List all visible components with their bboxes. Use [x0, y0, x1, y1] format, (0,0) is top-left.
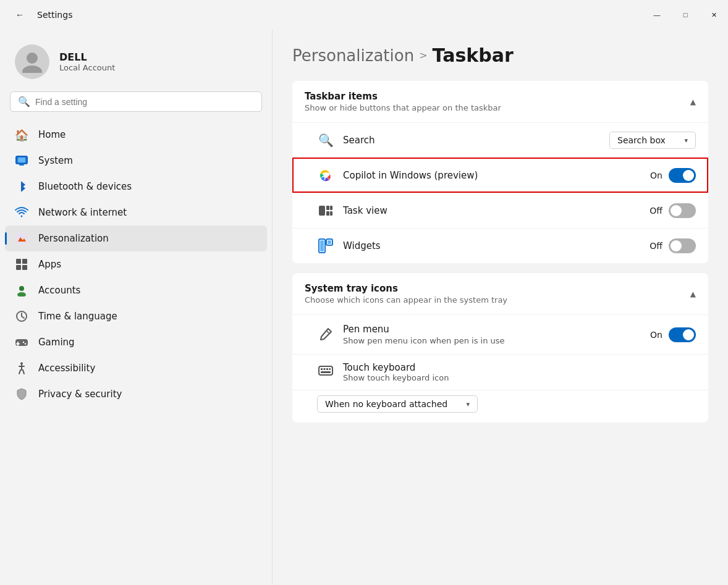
system-tray-title: System tray icons	[305, 283, 507, 294]
apps-icon	[15, 258, 28, 271]
sidebar-item-home[interactable]: 🏠 Home	[5, 122, 267, 148]
system-tray-card: System tray icons Choose which icons can…	[292, 273, 708, 423]
sidebar-item-network[interactable]: Network & internet	[5, 200, 267, 225]
maximize-button[interactable]: □	[671, 5, 700, 25]
search-setting-row: 🔍 Search Search box ▾	[292, 122, 708, 158]
taskbar-items-title: Taskbar items	[305, 91, 501, 102]
sidebar-item-label: Bluetooth & devices	[38, 181, 132, 192]
sidebar-item-personalization[interactable]: Personalization	[5, 225, 267, 251]
svg-rect-7	[16, 259, 21, 264]
avatar	[15, 44, 49, 79]
svg-rect-33	[328, 240, 331, 244]
toggle-thumb	[683, 329, 694, 340]
touch-keyboard-icon	[317, 362, 334, 379]
dropdown-chevron-icon: ▾	[684, 137, 688, 145]
taskview-icon	[317, 202, 334, 219]
breadcrumb-parent: Personalization	[292, 46, 414, 65]
nav-list: 🏠 Home System	[0, 119, 272, 585]
widgets-status: Off	[650, 241, 662, 251]
sidebar-item-accessibility[interactable]: Accessibility	[5, 355, 267, 381]
touch-keyboard-title: Touch keyboard	[343, 362, 696, 373]
app-body: DELL Local Account 🔍 🏠 Home	[0, 30, 728, 585]
widgets-icon	[317, 237, 334, 255]
search-setting-label: Search	[343, 135, 601, 146]
pen-menu-toggle[interactable]	[669, 327, 696, 342]
search-icon: 🔍	[18, 96, 30, 107]
svg-rect-10	[22, 265, 27, 270]
touch-keyboard-subtitle: Show touch keyboard icon	[343, 373, 696, 382]
minimize-button[interactable]: —	[643, 5, 671, 25]
copilot-toggle[interactable]	[669, 168, 696, 183]
close-button[interactable]: ✕	[700, 5, 728, 25]
sidebar-item-bluetooth[interactable]: Bluetooth & devices	[5, 174, 267, 200]
svg-rect-25	[319, 206, 325, 216]
pen-menu-setting-row: Pen menu Show pen menu icon when pen is …	[292, 314, 708, 354]
svg-point-0	[27, 53, 38, 64]
sidebar-item-label: Personalization	[38, 233, 109, 244]
back-button[interactable]: ←	[10, 5, 30, 25]
taskbar-items-card: Taskbar items Show or hide buttons that …	[292, 81, 708, 263]
svg-rect-8	[22, 259, 27, 264]
svg-rect-29	[330, 211, 332, 216]
search-box[interactable]: 🔍	[10, 91, 262, 112]
sidebar: DELL Local Account 🔍 🏠 Home	[0, 30, 272, 585]
search-input[interactable]	[35, 97, 254, 107]
accounts-icon	[15, 284, 28, 297]
sidebar-item-apps[interactable]: Apps	[5, 251, 267, 277]
user-name: DELL	[59, 51, 115, 63]
toggle-thumb	[671, 240, 682, 251]
svg-rect-40	[321, 371, 331, 373]
sidebar-item-system[interactable]: System	[5, 148, 267, 174]
sidebar-item-label: Accounts	[38, 285, 80, 296]
svg-point-24	[323, 173, 328, 178]
sidebar-item-label: Network & internet	[38, 207, 127, 218]
svg-point-1	[22, 65, 42, 73]
svg-point-12	[17, 292, 26, 297]
widgets-control: Off	[650, 238, 696, 253]
taskview-toggle[interactable]	[669, 203, 696, 218]
personalization-icon	[15, 232, 28, 245]
taskview-label: Task view	[343, 205, 641, 216]
svg-rect-26	[326, 206, 329, 210]
titlebar-left: ← Settings	[10, 5, 72, 25]
back-icon: ←	[15, 10, 24, 20]
touch-keyboard-dropdown-value: When no keyboard attached	[325, 399, 447, 409]
svg-point-20	[25, 343, 26, 344]
chevron-up-icon: ▲	[690, 290, 696, 298]
widgets-label: Widgets	[343, 240, 641, 251]
search-dropdown[interactable]: Search box ▾	[609, 132, 696, 149]
time-icon	[15, 309, 28, 323]
touch-keyboard-dropdown[interactable]: When no keyboard attached ▾	[317, 395, 478, 413]
breadcrumb-separator: >	[419, 49, 427, 61]
svg-rect-4	[18, 158, 25, 162]
sidebar-item-accounts[interactable]: Accounts	[5, 277, 267, 303]
sidebar-item-privacy[interactable]: Privacy & security	[5, 381, 267, 407]
sidebar-item-time[interactable]: Time & language	[5, 303, 267, 329]
network-icon	[15, 206, 28, 219]
toggle-thumb	[671, 205, 682, 216]
widgets-toggle[interactable]	[669, 238, 696, 253]
sidebar-item-label: Home	[38, 129, 66, 140]
copilot-status: On	[650, 170, 662, 180]
titlebar-controls: — □ ✕	[643, 5, 728, 25]
titlebar: ← Settings — □ ✕	[0, 0, 728, 30]
widgets-setting-row: Widgets Off	[292, 228, 708, 263]
svg-rect-27	[326, 211, 329, 216]
taskbar-items-header[interactable]: Taskbar items Show or hide buttons that …	[292, 81, 708, 122]
copilot-label: Copilot in Windows (preview)	[343, 170, 641, 181]
system-tray-header[interactable]: System tray icons Choose which icons can…	[292, 273, 708, 314]
sidebar-item-label: Accessibility	[38, 363, 95, 374]
sidebar-item-gaming[interactable]: Gaming	[5, 329, 267, 355]
svg-line-34	[326, 330, 329, 334]
copilot-control: On	[650, 168, 696, 183]
svg-rect-36	[321, 368, 323, 370]
taskview-setting-row: Task view Off	[292, 193, 708, 228]
svg-rect-31	[320, 240, 324, 251]
svg-point-19	[23, 342, 24, 343]
touch-kbd-dropdown-chevron-icon: ▾	[466, 400, 470, 408]
sidebar-item-label: Time & language	[38, 311, 117, 322]
copilot-setting-row: Copilot in Windows (preview) On	[292, 158, 708, 193]
pen-menu-status: On	[650, 330, 662, 340]
svg-rect-39	[329, 368, 331, 370]
bluetooth-icon	[15, 180, 28, 193]
